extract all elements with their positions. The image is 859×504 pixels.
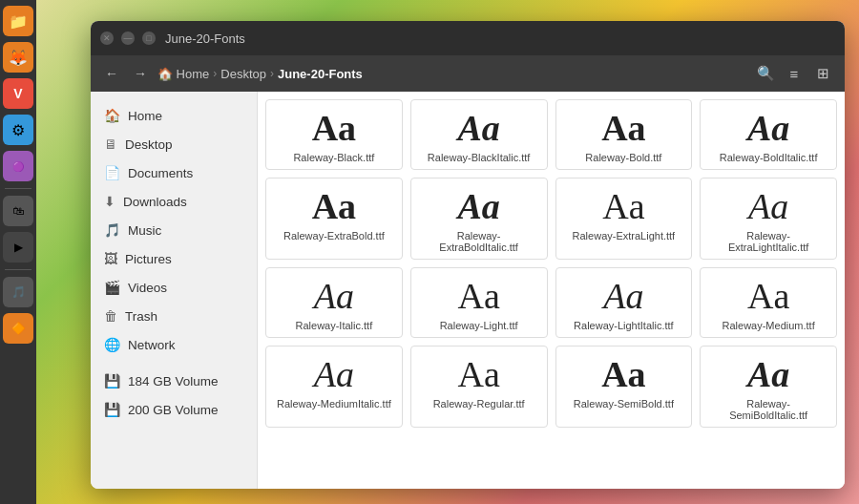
font-preview: Aa xyxy=(457,188,499,224)
font-item[interactable]: AaRaleway-ExtraLightItalic.ttf xyxy=(700,178,837,260)
store-icon[interactable]: 🛍 xyxy=(3,196,33,226)
sidebar-item-desktop[interactable]: 🖥 Desktop xyxy=(91,130,257,158)
breadcrumb: 🏠 Home › Desktop › June-20-Fonts xyxy=(157,67,747,81)
font-item[interactable]: AaRaleway-SemiBold.ttf xyxy=(555,346,693,428)
font-filename: Raleway-Bold.ttf xyxy=(585,152,661,163)
font-preview: Aa xyxy=(601,356,645,392)
sidebar-label-desktop: Desktop xyxy=(125,137,173,152)
settings-icon[interactable]: ⚙ xyxy=(3,115,33,145)
maximize-button[interactable]: □ xyxy=(142,32,156,45)
font-preview: Aa xyxy=(602,188,644,224)
font-item[interactable]: AaRaleway-Black.ttf xyxy=(265,99,403,170)
font-preview: Aa xyxy=(457,356,499,392)
sidebar-label-pictures: Pictures xyxy=(125,252,172,266)
app-icon[interactable]: 🟣 xyxy=(3,151,33,181)
sidebar-label-network: Network xyxy=(128,338,176,352)
sidebar-label-music: Music xyxy=(128,223,161,238)
font-item[interactable]: AaRaleway-BlackItalic.ttf xyxy=(410,99,548,170)
font-filename: Raleway-Medium.ttf xyxy=(723,320,815,331)
vivaldi-icon[interactable]: V xyxy=(3,78,33,109)
back-button[interactable]: ← xyxy=(100,62,123,85)
firefox-icon[interactable]: 🦊 xyxy=(3,42,33,73)
sidebar-label-downloads: Downloads xyxy=(123,195,187,209)
desktop-icon: 🖥 xyxy=(104,136,117,152)
sidebar: 🏠 Home 🖥 Desktop 📄 Documents ⬇ Downloads… xyxy=(91,92,258,489)
file-grid-container: AaRaleway-Black.ttfAaRaleway-BlackItalic… xyxy=(258,92,845,489)
font-filename: Raleway-BoldItalic.ttf xyxy=(720,152,818,163)
breadcrumb-current[interactable]: June-20-Fonts xyxy=(278,67,363,81)
trash-icon: 🗑 xyxy=(104,308,117,324)
files-icon[interactable]: 📁 xyxy=(3,6,33,36)
videos-icon: 🎬 xyxy=(104,280,120,295)
font-filename: Raleway-SemiBold.ttf xyxy=(574,398,674,410)
font-filename: Raleway-Regular.ttf xyxy=(433,398,525,410)
vlc-icon[interactable]: 🔶 xyxy=(3,313,33,344)
font-item[interactable]: AaRaleway-LightItalic.ttf xyxy=(555,267,693,338)
toolbar-actions: 🔍 ≡ ⊞ xyxy=(753,61,835,86)
font-item[interactable]: AaRaleway-BoldItalic.ttf xyxy=(700,99,837,170)
list-view-button[interactable]: ≡ xyxy=(782,61,807,86)
sidebar-item-documents[interactable]: 📄 Documents xyxy=(91,158,257,187)
sidebar-item-pictures[interactable]: 🖼 Pictures xyxy=(91,244,257,273)
font-item[interactable]: AaRaleway-ExtraBoldItalic.ttf xyxy=(410,178,548,260)
font-item[interactable]: AaRaleway-Bold.ttf xyxy=(555,99,693,170)
font-preview: Aa xyxy=(747,278,789,314)
font-item[interactable]: AaRaleway-Regular.ttf xyxy=(410,346,548,428)
network-icon: 🌐 xyxy=(104,337,120,352)
font-item[interactable]: AaRaleway-SemiBoldItalic.ttf xyxy=(700,346,837,428)
terminal-icon[interactable]: ▶ xyxy=(3,232,33,262)
sidebar-item-videos[interactable]: 🎬 Videos xyxy=(91,273,257,302)
sidebar-item-trash[interactable]: 🗑 Trash xyxy=(91,302,257,330)
font-preview: Aa xyxy=(601,110,645,146)
font-filename: Raleway-BlackItalic.ttf xyxy=(428,152,531,163)
font-item[interactable]: AaRaleway-ExtraLight.ttf xyxy=(555,178,693,260)
sidebar-label-vol-184: 184 GB Volume xyxy=(128,374,219,388)
font-filename: Raleway-MediumItalic.ttf xyxy=(277,398,391,410)
taskbar: 📁 🦊 V ⚙ 🟣 🛍 ▶ 🎵 🔶 xyxy=(0,0,36,504)
font-item[interactable]: AaRaleway-Medium.ttf xyxy=(700,267,837,338)
sidebar-label-trash: Trash xyxy=(125,309,157,324)
window-controls: ✕ — □ xyxy=(100,32,156,45)
font-item[interactable]: AaRaleway-ExtraBold.ttf xyxy=(265,178,403,260)
breadcrumb-home[interactable]: 🏠 Home xyxy=(157,67,209,81)
pictures-icon: 🖼 xyxy=(104,251,117,266)
sidebar-label-vol-200: 200 GB Volume xyxy=(128,403,219,417)
content-area: 🏠 Home 🖥 Desktop 📄 Documents ⬇ Downloads… xyxy=(91,92,845,489)
font-item[interactable]: AaRaleway-MediumItalic.ttf xyxy=(265,346,403,428)
font-filename: Raleway-LightItalic.ttf xyxy=(574,320,674,331)
font-preview: Aa xyxy=(748,188,788,224)
sidebar-item-music[interactable]: 🎵 Music xyxy=(91,216,257,244)
sidebar-label-home: Home xyxy=(128,109,162,123)
font-preview: Aa xyxy=(314,278,354,314)
font-filename: Raleway-ExtraLightItalic.ttf xyxy=(708,230,828,253)
sidebar-item-network[interactable]: 🌐 Network xyxy=(91,330,257,359)
search-button[interactable]: 🔍 xyxy=(753,61,778,86)
toolbar: ← → 🏠 Home › Desktop › June-20-Fonts 🔍 ≡… xyxy=(91,55,845,92)
file-manager-window: ✕ — □ June-20-Fonts ← → 🏠 Home › Desktop… xyxy=(91,21,845,489)
downloads-icon: ⬇ xyxy=(104,194,115,209)
close-button[interactable]: ✕ xyxy=(100,32,114,45)
minimize-button[interactable]: — xyxy=(121,32,135,45)
media-icon[interactable]: 🎵 xyxy=(3,277,33,307)
documents-icon: 📄 xyxy=(104,165,120,180)
font-filename: Raleway-Light.ttf xyxy=(440,320,518,331)
grid-view-button[interactable]: ⊞ xyxy=(810,61,835,86)
font-filename: Raleway-ExtraBold.ttf xyxy=(283,230,385,242)
sidebar-item-downloads[interactable]: ⬇ Downloads xyxy=(91,187,257,216)
sidebar-label-documents: Documents xyxy=(128,166,193,180)
music-icon: 🎵 xyxy=(104,222,120,238)
sidebar-item-vol-184[interactable]: 💾 184 GB Volume xyxy=(91,367,257,395)
forward-button[interactable]: → xyxy=(129,62,152,85)
volume-icon-200: 💾 xyxy=(104,402,120,417)
sidebar-item-vol-200[interactable]: 💾 200 GB Volume xyxy=(91,395,257,424)
font-preview: Aa xyxy=(747,110,789,146)
font-item[interactable]: AaRaleway-Light.ttf xyxy=(410,267,548,338)
breadcrumb-desktop[interactable]: Desktop xyxy=(220,67,266,81)
font-preview: Aa xyxy=(747,356,789,392)
sidebar-label-videos: Videos xyxy=(128,281,167,295)
font-filename: Raleway-Black.ttf xyxy=(293,152,374,163)
font-filename: Raleway-ExtraLight.ttf xyxy=(573,230,676,242)
sidebar-item-home[interactable]: 🏠 Home xyxy=(91,101,257,130)
font-item[interactable]: AaRaleway-Italic.ttf xyxy=(265,267,403,338)
volume-icon-184: 💾 xyxy=(104,373,120,388)
